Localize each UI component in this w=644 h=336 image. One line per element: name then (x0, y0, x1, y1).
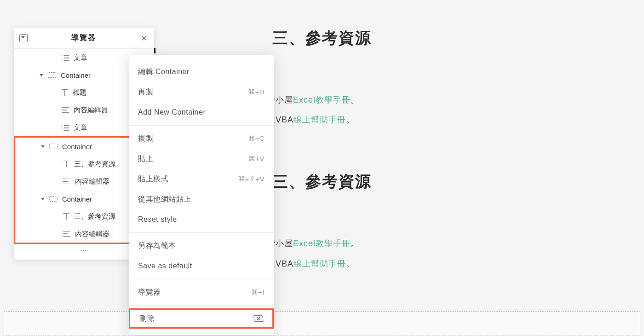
menu-item[interactable]: 再製⌘+D (129, 82, 274, 102)
navigator-title: 導覽器 (28, 33, 139, 43)
content-link[interactable]: 線上幫助手冊 (293, 259, 346, 268)
menu-item-label: 刪除 (139, 314, 155, 324)
container-icon (49, 196, 58, 202)
context-menu: 編輯 Container再製⌘+DAdd New Container複製⌘+C貼… (129, 55, 274, 335)
menu-group: 編輯 Container再製⌘+DAdd New Container (129, 59, 274, 126)
menu-item-label: 從其他網站貼上 (138, 195, 191, 204)
heading-icon (63, 161, 69, 167)
chevron-down-icon[interactable] (41, 145, 45, 148)
text-suffix: 。 (351, 95, 359, 104)
menu-shortcut: ⌘+V (248, 155, 264, 163)
menu-item-label: Save as default (138, 262, 192, 270)
container-icon (48, 72, 56, 78)
tree-item-label: 文章 (74, 123, 87, 132)
tree-item-label: Container (62, 195, 92, 203)
menu-group: 導覽器⌘+I (129, 279, 274, 306)
menu-item-label: 再製 (138, 87, 153, 97)
menu-item-label: 複製 (138, 134, 153, 144)
menu-shortcut: ⌘+C (248, 134, 264, 143)
menu-item[interactable]: Save as default (129, 256, 274, 276)
menu-group: 另存為範本Save as default (129, 233, 274, 279)
text-suffix: 。 (346, 115, 355, 124)
tree-item-label: 內容編輯器 (75, 177, 109, 186)
menu-shortcut: ⌘+⇧+V (238, 175, 264, 183)
menu-shortcut: ⌘+I (251, 288, 264, 296)
navigator-header: 導覽器 × (14, 28, 154, 49)
content-line: 贊小屋Excel教學手冊。 (267, 234, 644, 254)
content-link[interactable]: Excel教學手冊 (293, 239, 351, 248)
menu-item[interactable]: 貼上樣式⌘+⇧+V (129, 169, 274, 189)
tree-item-label: 內容編輯器 (75, 230, 109, 238)
close-icon[interactable]: × (139, 33, 149, 44)
menu-item[interactable]: 編輯 Container (129, 62, 274, 82)
container-icon (49, 144, 58, 149)
section-body: 贊小屋Excel教學手冊。 軟VBA線上幫助手冊。 (267, 90, 644, 130)
menu-item[interactable]: 刪除 (129, 308, 274, 329)
menu-item-label: 貼上樣式 (138, 174, 168, 184)
posts-icon (62, 125, 69, 130)
content-line: 贊小屋Excel教學手冊。 (267, 90, 644, 110)
menu-item[interactable]: 導覽器⌘+I (129, 282, 274, 302)
menu-item-label: 貼上 (138, 154, 153, 164)
tree-item-label: 三、參考資源 (74, 160, 115, 168)
menu-item-label: 導覽器 (138, 288, 161, 297)
menu-item[interactable]: 貼上⌘+V (129, 149, 274, 169)
menu-item-label: 編輯 Container (138, 67, 190, 77)
tree-item-label: Container (61, 71, 91, 79)
text-suffix: 。 (346, 259, 355, 268)
tree-item-label: 文章 (74, 53, 87, 62)
menu-item-label: Add New Container (138, 108, 206, 116)
navigator-dropdown-icon[interactable] (19, 34, 28, 42)
tree-item-label: 標題 (73, 88, 86, 97)
tree-item-label: Container (62, 143, 92, 151)
chevron-down-icon[interactable] (41, 198, 45, 200)
menu-item[interactable]: Reset style (129, 209, 274, 230)
content-line: 軟VBA線上幫助手冊。 (267, 254, 644, 274)
section-body: 贊小屋Excel教學手冊。 軟VBA線上幫助手冊。 (267, 234, 644, 273)
content-line: 軟VBA線上幫助手冊。 (267, 110, 644, 130)
menu-item[interactable]: 複製⌘+C (129, 128, 274, 149)
text-editor-icon (62, 107, 69, 113)
chevron-down-icon[interactable] (40, 74, 43, 76)
tree-item-label: 內容編輯器 (74, 106, 108, 115)
empty-drop-zone[interactable] (4, 311, 640, 336)
heading-icon (62, 89, 68, 96)
text-editor-icon (63, 179, 70, 184)
menu-group: 刪除 (129, 306, 274, 331)
menu-shortcut: ⌘+D (248, 88, 264, 96)
tree-item-label: 三、參考資源 (74, 212, 115, 221)
text-suffix: 。 (351, 239, 359, 248)
menu-item-label: 另存為範本 (138, 241, 176, 251)
content-link[interactable]: Excel教學手冊 (293, 95, 351, 104)
heading-icon (63, 213, 69, 220)
delete-icon (253, 315, 264, 322)
menu-group: 複製⌘+C貼上⌘+V貼上樣式⌘+⇧+V從其他網站貼上Reset style (129, 126, 274, 233)
posts-icon (62, 55, 69, 60)
menu-item[interactable]: 從其他網站貼上 (129, 189, 274, 209)
menu-item-label: Reset style (138, 215, 177, 224)
text-editor-icon (63, 231, 70, 237)
menu-item[interactable]: 另存為範本 (129, 236, 274, 256)
edit-caret (154, 48, 155, 53)
content-link[interactable]: 線上幫助手冊 (293, 115, 346, 124)
menu-item[interactable]: Add New Container (129, 102, 274, 122)
